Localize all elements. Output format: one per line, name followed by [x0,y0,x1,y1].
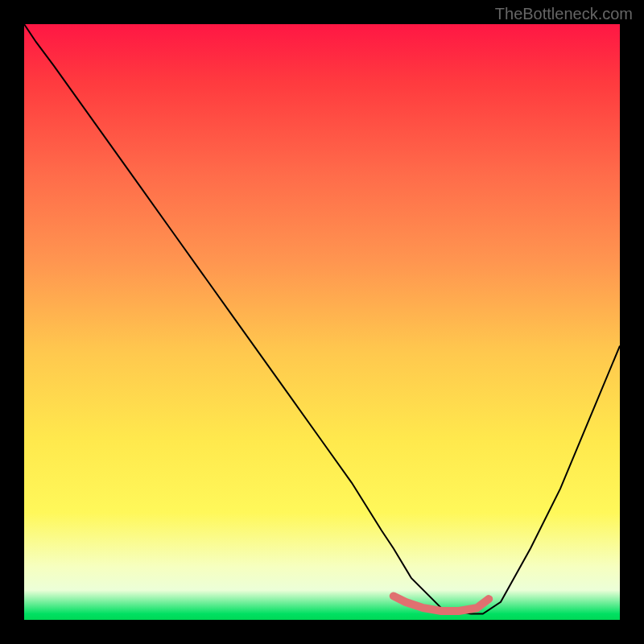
bottleneck-plot [24,24,620,620]
highlight-segment-line [394,596,489,611]
bottleneck-curve-line [24,24,620,614]
watermark-text: TheBottleneck.com [495,5,633,23]
